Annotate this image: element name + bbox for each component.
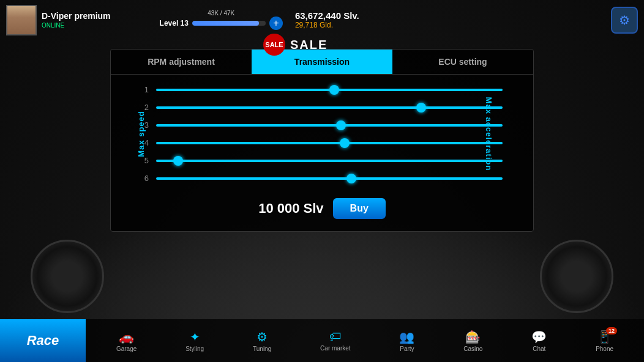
slider-track-6[interactable] [156,177,503,180]
xp-fill [192,21,259,26]
main-panel: RPM adjustment Transmission ECU setting … [110,49,534,232]
nav-item-car-market[interactable]: 🏷 Car market [320,330,350,352]
sliders-container: Max speed Max acceleration 1 2 3 4 [111,75,533,193]
slider-row-1: 1 [111,81,533,98]
tuning-label: Tuning [253,345,271,352]
wheel-right [540,240,613,313]
slider-track-5[interactable] [156,160,503,162]
sale-badge: SALE [263,34,285,56]
car-market-label: Car market [320,345,350,352]
race-button[interactable]: Race [0,319,86,362]
xp-numbers: 43K / 47K [208,10,234,17]
currency-area: 63,672,440 Slv. 29,718 Gld. [295,10,359,29]
slider-thumb-1[interactable] [329,85,339,95]
slider-num-5: 5 [141,156,149,165]
silver-balance: 63,672,440 Slv. [295,10,359,21]
slider-thumb-4[interactable] [340,138,350,148]
nav-item-styling[interactable]: ✦ Styling [185,330,204,352]
nav-item-tuning[interactable]: ⚙ Tuning [253,330,271,352]
slider-row-3: 3 [111,116,533,134]
tab-ecu[interactable]: ECU setting [392,50,533,74]
level-text: Level 13 [160,19,189,28]
slider-thumb-5[interactable] [173,156,183,166]
styling-label: Styling [185,345,204,352]
slider-row-5: 5 [111,152,533,169]
bottom-nav: Race 🚗 Garage ✦ Styling ⚙ Tuning 🏷 Car m… [0,319,644,362]
party-icon: 👥 [399,330,414,344]
wheel-left [31,240,104,313]
gear-icon: ⚙ [619,13,630,28]
player-name: D-Viper premium [42,11,111,21]
party-label: Party [400,345,414,352]
phone-badge: 12 [606,327,617,334]
chat-label: Chat [533,345,545,352]
slider-track-1[interactable] [156,89,503,91]
max-speed-label: Max speed [137,111,146,157]
slider-num-1: 1 [141,85,149,94]
slider-track-3[interactable] [156,124,503,127]
slider-row-6: 6 [111,169,533,187]
slider-track-2[interactable] [156,106,503,109]
nav-item-casino[interactable]: 🎰 Casino [463,330,482,352]
nav-item-phone[interactable]: 12 📱 Phone [596,330,613,352]
buy-button[interactable]: Buy [333,198,386,219]
gold-balance: 29,718 Gld. [295,21,359,29]
xp-bar [192,21,266,26]
slider-num-6: 6 [141,174,149,183]
styling-icon: ✦ [190,330,200,344]
car-market-icon: 🏷 [329,330,342,344]
chat-icon: 💬 [531,330,547,344]
player-info: D-Viper premium ONLINE [42,11,111,29]
garage-label: Garage [116,345,137,352]
garage-icon: 🚗 [119,330,134,344]
casino-label: Casino [463,345,482,352]
level-area: 43K / 47K Level 13 + [160,10,283,30]
slider-thumb-2[interactable] [416,103,426,113]
nav-item-party[interactable]: 👥 Party [399,330,414,352]
phone-label: Phone [596,345,613,352]
price-display: 10 000 Slv [258,201,323,216]
level-plus-button[interactable]: + [269,17,283,30]
avatar [6,5,37,35]
nav-items: 🚗 Garage ✦ Styling ⚙ Tuning 🏷 Car market… [86,330,644,352]
casino-icon: 🎰 [465,330,481,344]
slider-row-2: 2 [111,98,533,116]
tab-rpm[interactable]: RPM adjustment [111,50,252,74]
sale-label: SALE [290,38,328,52]
slider-thumb-3[interactable] [336,120,346,130]
settings-button[interactable]: ⚙ [611,7,638,34]
slider-track-4[interactable] [156,142,503,144]
slider-row-4: 4 [111,134,533,152]
sale-area: SALE SALE [263,34,328,56]
nav-item-chat[interactable]: 💬 Chat [531,330,547,352]
nav-item-garage[interactable]: 🚗 Garage [116,330,137,352]
price-row: 10 000 Slv Buy [111,198,533,219]
slider-thumb-6[interactable] [346,174,356,183]
player-status: ONLINE [42,22,111,29]
tuning-icon: ⚙ [256,330,268,344]
